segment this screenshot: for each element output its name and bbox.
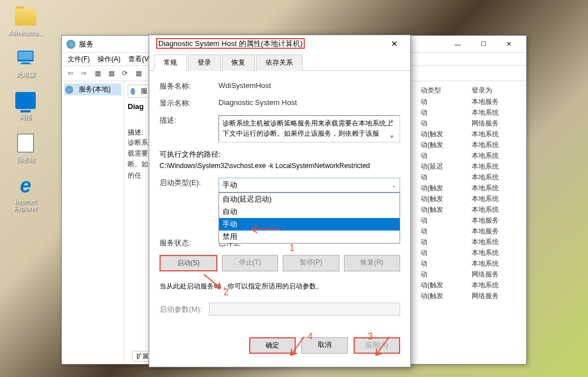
- pc-icon: [12, 47, 39, 69]
- properties-dialog: Diagnostic System Host 的属性(本地计算机) ✕ 常规 登…: [149, 35, 411, 367]
- chevron-down-icon: ⌄: [392, 182, 396, 188]
- tab-logon[interactable]: 登录: [188, 55, 221, 71]
- services-tree-local[interactable]: 服务(本地): [64, 83, 121, 95]
- start-params-input: [209, 303, 400, 316]
- svg-rect-3: [20, 64, 31, 65]
- service-row[interactable]: 动本地系统: [421, 150, 524, 161]
- folder-icon: [15, 9, 36, 26]
- maximize-button[interactable]: ☐: [471, 36, 496, 52]
- value-display-name: Diagnostic System Host: [219, 98, 400, 107]
- menu-action[interactable]: 操作(A): [94, 53, 124, 65]
- option-auto-delayed[interactable]: 自动(延迟启动): [219, 193, 400, 206]
- service-row[interactable]: 动本地系统: [421, 172, 524, 183]
- service-row[interactable]: 动(触发本地系统: [421, 194, 524, 204]
- services-icon: [131, 88, 135, 95]
- option-manual[interactable]: 手动: [219, 218, 400, 231]
- ie-icon: e: [12, 174, 39, 197]
- service-row[interactable]: 动本地系统: [421, 107, 524, 118]
- services-icon: [66, 40, 75, 49]
- tab-general[interactable]: 常规: [154, 55, 187, 71]
- service-row[interactable]: 动(触发网络服务: [421, 291, 524, 301]
- service-row[interactable]: 动(触发本地系统: [421, 140, 524, 150]
- forward-button[interactable]: ⇨: [78, 67, 90, 79]
- option-auto[interactable]: 自动: [219, 206, 400, 218]
- col-startup[interactable]: 动类型: [421, 86, 472, 95]
- desktop-recycle-bin[interactable]: 回收站: [6, 132, 45, 164]
- service-row[interactable]: 动本地系统: [421, 237, 524, 248]
- recycle-bin-icon: [12, 132, 39, 154]
- service-row[interactable]: 动(触发本地系统: [421, 183, 524, 194]
- desktop-folder-admin[interactable]: Administra...: [6, 6, 45, 36]
- desktop-ie[interactable]: e Internet Explorer: [6, 174, 45, 212]
- startup-dropdown: 自动(延迟启动) 自动 手动 禁用: [219, 192, 400, 244]
- search-box[interactable]: 服: [128, 85, 150, 98]
- value-exec-path: C:\Windows\System32\svchost.exe -k Local…: [159, 162, 400, 170]
- refresh-button[interactable]: ⟳: [119, 67, 131, 79]
- tab-dependencies[interactable]: 依存关系: [256, 55, 303, 71]
- close-button[interactable]: ✕: [383, 37, 406, 51]
- scroll-down-icon[interactable]: ▼: [389, 133, 398, 141]
- startup-type-select[interactable]: 手动 ⌄: [219, 178, 400, 192]
- close-button[interactable]: ✕: [496, 36, 522, 52]
- tab-recovery[interactable]: 恢复: [222, 55, 255, 71]
- desktop-this-pc[interactable]: 此电脑: [6, 47, 45, 79]
- col-logon[interactable]: 登录为: [472, 86, 492, 95]
- service-row[interactable]: 动本地服务: [421, 97, 524, 107]
- label-service-name: 服务名称:: [159, 81, 219, 91]
- ok-button[interactable]: 确定: [249, 337, 296, 354]
- desktop-label: 回收站: [6, 156, 45, 164]
- start-hint-text: 当从此处启动服务时，你可以指定所适用的启动参数。: [159, 282, 400, 291]
- toolbar-btn[interactable]: ▦: [105, 67, 117, 79]
- services-icon: [65, 86, 73, 94]
- service-row[interactable]: 动(触发本地系统: [421, 280, 524, 291]
- description-textarea[interactable]: 诊断系统主机被诊断策略服务用来承载需要在本地系统上下文中运行的诊断。如果停止该服…: [219, 115, 400, 143]
- network-icon: [12, 89, 39, 112]
- minimize-button[interactable]: —: [445, 36, 471, 52]
- toolbar-btn[interactable]: ▦: [91, 67, 104, 79]
- desktop-label: 此电脑: [6, 70, 45, 79]
- service-row[interactable]: 动本地系统: [421, 248, 524, 258]
- desktop-label: Administra...: [6, 30, 45, 36]
- back-button[interactable]: ⇦: [64, 67, 77, 79]
- label-start-params: 启动参数(M):: [159, 304, 202, 315]
- start-button[interactable]: 启动(S): [159, 255, 217, 271]
- value-service-name: WdiSystemHost: [219, 81, 400, 90]
- service-row[interactable]: 动网络服务: [421, 118, 524, 129]
- service-row[interactable]: 动本地服务: [421, 215, 524, 226]
- service-row[interactable]: 动(延迟本地系统: [421, 161, 524, 172]
- desktop-label: 网络: [6, 113, 45, 122]
- svg-rect-2: [22, 62, 30, 64]
- service-row[interactable]: 动本地服务: [421, 226, 524, 237]
- desktop-network[interactable]: 网络: [6, 89, 45, 122]
- services-list[interactable]: 动类型 登录为 动本地服务动本地系统动网络服务动(触发本地系统动(触发本地系统动…: [418, 81, 526, 364]
- menu-file[interactable]: 文件(F): [64, 53, 93, 65]
- service-row[interactable]: 动(触发本地系统: [421, 204, 524, 215]
- apply-button[interactable]: 应用(A): [354, 337, 400, 354]
- stop-button[interactable]: 停止(T): [222, 255, 279, 271]
- resume-button[interactable]: 恢复(R): [344, 255, 401, 271]
- desktop-label: Internet Explorer: [6, 198, 45, 212]
- service-row[interactable]: 动网络服务: [421, 269, 524, 280]
- label-exec-path: 可执行文件的路径:: [159, 149, 400, 160]
- cancel-button[interactable]: 取消: [301, 337, 348, 354]
- dialog-title: Diagnostic System Host 的属性(本地计算机): [156, 38, 305, 49]
- toolbar-btn[interactable]: ▦: [132, 67, 145, 79]
- label-startup-type: 启动类型(E):: [159, 178, 219, 188]
- label-description: 描述:: [159, 115, 219, 125]
- pause-button[interactable]: 暂停(P): [283, 255, 339, 271]
- option-disabled[interactable]: 禁用: [219, 231, 400, 243]
- svg-rect-1: [18, 52, 32, 60]
- label-display-name: 显示名称:: [159, 98, 219, 108]
- service-row[interactable]: 动本地系统: [421, 258, 524, 269]
- label-service-status: 服务状态:: [159, 238, 219, 248]
- scroll-up-icon[interactable]: ▲: [389, 117, 398, 125]
- service-row[interactable]: 动(触发本地系统: [421, 129, 524, 140]
